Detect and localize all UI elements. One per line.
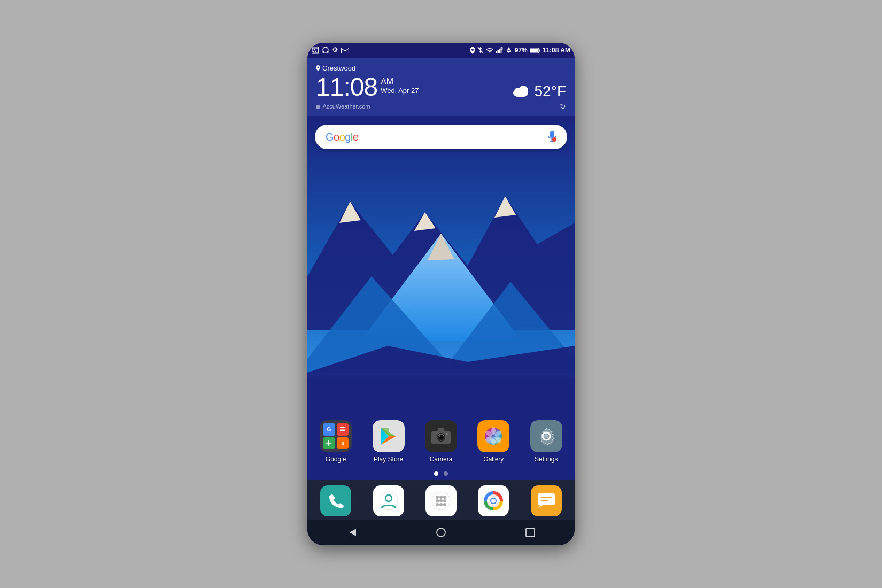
svg-rect-20 [530,49,538,52]
page-dot-2[interactable] [444,471,448,476]
signal-status-icon [496,47,503,53]
google-app[interactable]: G $ Google [314,420,357,463]
home-button[interactable] [428,523,454,542]
phone-app[interactable] [314,485,357,516]
svg-point-69 [443,496,446,499]
gallery-app-icon [477,420,509,452]
headphone-status-icon [331,47,339,54]
weather-cloud-icon [511,84,530,98]
page-dot-1[interactable] [434,471,438,476]
svg-point-54 [491,427,496,435]
svg-rect-84 [541,500,548,501]
dock-apps: G $ Google [307,415,575,467]
svg-point-75 [443,503,446,506]
settings-app[interactable]: Settings [525,420,568,463]
recent-apps-button[interactable] [517,523,544,542]
svg-rect-21 [539,49,540,51]
svg-rect-37 [307,378,575,415]
location-row: Crestwood [316,64,566,72]
search-bar-container: Google [307,116,575,154]
bottom-dock [307,480,575,520]
contacts-app-icon [373,485,404,516]
svg-point-22 [318,67,319,68]
svg-point-71 [439,499,443,502]
play-store-app-icon [373,420,405,452]
status-time: 11:08 AM [543,47,570,54]
svg-rect-4 [323,51,324,53]
clock-section: 11:08 AM Wed, Apr 27 [316,74,419,100]
weather-temp: 52°F [535,83,566,100]
search-bar[interactable]: Google [315,125,567,149]
svg-point-26 [316,105,320,109]
svg-rect-42 [553,138,555,141]
status-icons-left [312,47,349,54]
voice-search-button[interactable] [545,129,560,144]
camera-app-label: Camera [430,455,453,463]
svg-point-7 [335,50,336,51]
svg-marker-85 [350,529,356,536]
svg-rect-17 [501,49,502,50]
svg-rect-8 [342,48,349,53]
page-indicators [307,467,575,480]
time-ampm: AM [381,76,419,87]
svg-point-9 [471,49,474,51]
camera-app[interactable]: Camera [420,420,462,463]
phone-app-icon [320,485,351,516]
mute-status-icon [477,47,484,54]
wallpaper-area: Google [307,116,575,480]
clock-time: 11:08 [316,74,377,100]
svg-rect-87 [526,528,535,537]
nav-bar [307,520,575,545]
gallery-app-label: Gallery [483,455,504,463]
weather-section: 52°F [511,83,566,100]
svg-rect-14 [499,49,501,53]
svg-point-11 [489,52,490,53]
settings-app-label: Settings [535,455,558,463]
messages-app[interactable] [525,485,568,516]
wifi-status-icon [486,48,493,53]
airplane-status-icon [505,47,513,54]
settings-app-icon [530,420,562,452]
svg-rect-43 [340,427,345,428]
svg-point-63 [544,434,548,438]
svg-rect-81 [538,493,555,505]
status-icons-right: 97% 11:08 AM [470,47,570,54]
svg-rect-52 [446,433,448,435]
google-logo: Google [326,131,545,143]
mountain-wallpaper [307,116,575,415]
headset-status-icon [322,47,329,54]
chrome-app[interactable] [472,485,515,516]
status-bar: 97% 11:08 AM [307,43,575,58]
messages-app-icon [531,485,562,516]
svg-rect-44 [340,429,345,430]
svg-point-80 [491,499,496,503]
chrome-app-icon [478,485,509,516]
gallery-app[interactable]: Gallery [472,420,515,463]
gallery-status-icon [312,47,320,54]
svg-point-86 [437,528,445,537]
weather-panel: Crestwood 11:08 AM Wed, Apr 27 52°F [307,58,575,116]
svg-point-68 [439,496,443,499]
back-button[interactable] [338,523,365,542]
svg-rect-83 [541,497,552,498]
svg-point-74 [439,503,443,506]
app-drawer-button[interactable] [420,485,462,516]
svg-point-72 [443,499,446,502]
email-status-icon [341,48,349,53]
svg-rect-13 [497,50,499,54]
contacts-app[interactable] [367,485,410,516]
play-store-app[interactable]: Play Store [367,420,410,463]
svg-rect-12 [496,51,497,53]
svg-rect-38 [550,131,554,138]
svg-marker-47 [437,428,445,431]
location-icon [316,65,320,71]
time-details: AM Wed, Apr 27 [381,76,419,95]
svg-rect-18 [507,51,511,52]
svg-point-51 [439,435,440,437]
svg-point-70 [436,499,439,502]
refresh-icon[interactable]: ↻ [560,102,566,111]
play-store-app-label: Play Store [374,455,403,463]
accuweather-label: AccuWeather.com [316,103,370,110]
svg-point-25 [519,86,528,95]
battery-percent: 97% [515,47,528,54]
